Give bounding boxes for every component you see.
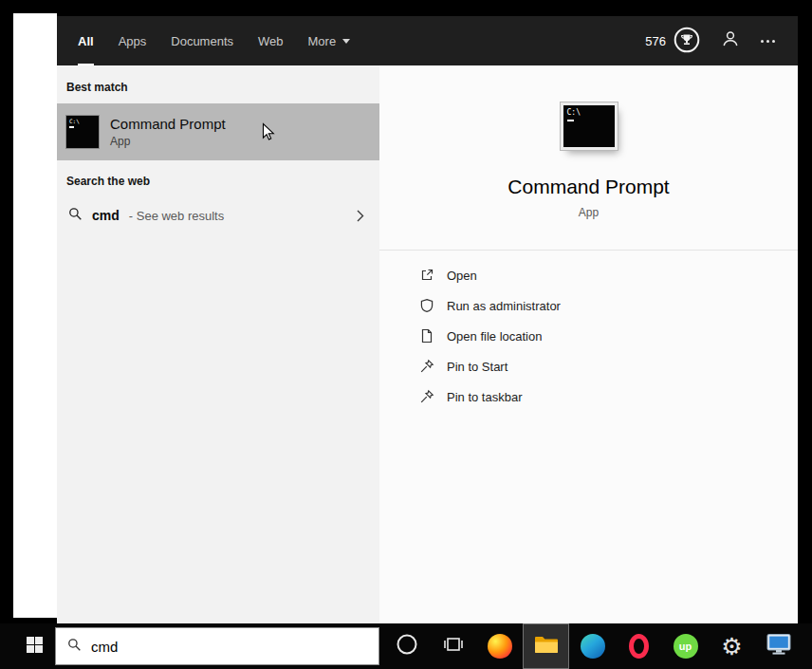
edge-icon [581, 634, 605, 659]
search-filter-bar: All Apps Documents Web More 576 [57, 16, 798, 65]
chevron-down-icon [342, 39, 350, 44]
windows-logo-icon [27, 637, 43, 657]
web-query: cmd [92, 208, 120, 223]
taskbar-edge-button[interactable] [569, 623, 616, 669]
start-button[interactable] [13, 623, 55, 669]
action-open-file-location[interactable]: Open file location [419, 321, 798, 351]
search-input-value: cmd [91, 639, 118, 655]
taskbar-opera-button[interactable] [616, 623, 662, 669]
result-title: Command Prompt [110, 116, 226, 132]
best-match-result[interactable]: C:\ Command Prompt App [57, 103, 379, 160]
taskbar-task-view-button[interactable] [430, 623, 476, 669]
filter-tabs: All Apps Documents Web More [78, 16, 350, 65]
detail-app-title: Command Prompt [508, 176, 669, 198]
taskbar-file-explorer-button[interactable] [523, 623, 569, 669]
search-icon [67, 638, 82, 656]
taskbar-search-input[interactable]: cmd [55, 627, 379, 665]
command-prompt-icon: C:\ [66, 116, 99, 148]
best-match-text: Command Prompt App [110, 116, 226, 148]
desktop: All Apps Documents Web More 576 [0, 0, 812, 669]
taskbar: cmd [0, 623, 812, 669]
taskbar-settings-button[interactable]: ⚙ [709, 623, 755, 669]
tab-all[interactable]: All [78, 16, 94, 65]
detail-app-subtitle: App [579, 206, 599, 219]
action-list: Open Run as administrator Open file loca… [379, 251, 798, 412]
rewards-medal-icon [674, 27, 700, 56]
search-results-area: Best match C:\ Command Prompt App Search… [57, 65, 798, 623]
tab-apps[interactable]: Apps [119, 16, 147, 65]
action-pin-to-start[interactable]: Pin to Start [419, 351, 798, 381]
account-person-icon[interactable] [721, 29, 740, 52]
result-detail-panel: C:\ Command Prompt App Open [379, 65, 798, 623]
chevron-right-icon[interactable] [357, 210, 364, 222]
action-pin-to-taskbar[interactable]: Pin to taskbar [419, 381, 798, 412]
file-explorer-folder-icon [534, 634, 559, 659]
taskbar-cortana-button[interactable] [383, 623, 430, 669]
tab-documents[interactable]: Documents [171, 16, 233, 65]
upwork-icon: up [674, 634, 698, 659]
firefox-icon [488, 634, 512, 659]
command-prompt-large-icon: C:\ [563, 105, 615, 147]
action-open[interactable]: Open [419, 260, 798, 290]
start-search-flyout: All Apps Documents Web More 576 [57, 16, 798, 623]
action-run-as-administrator[interactable]: Run as administrator [419, 290, 798, 321]
rewards-button[interactable]: 576 [645, 27, 700, 56]
web-search-result[interactable]: cmd - See web results [57, 195, 379, 236]
web-hint: - See web results [129, 209, 224, 223]
gear-icon: ⚙ [721, 635, 742, 659]
background-window [13, 13, 57, 618]
tab-more[interactable]: More [308, 16, 351, 65]
opera-icon [629, 634, 649, 659]
task-view-icon [443, 634, 464, 659]
result-subtitle: App [110, 135, 226, 148]
tab-more-label: More [308, 34, 337, 48]
admin-shield-icon [419, 298, 434, 313]
taskbar-app-icons: up ⚙ [383, 623, 802, 669]
taskbar-upwork-button[interactable]: up [662, 623, 709, 669]
document-icon [419, 328, 434, 344]
taskbar-display-button[interactable] [755, 623, 802, 669]
best-match-header: Best match [57, 81, 379, 94]
search-web-header: Search the web [57, 175, 379, 188]
rewards-count: 576 [645, 34, 666, 48]
pin-icon [419, 389, 434, 404]
tab-web[interactable]: Web [258, 16, 284, 65]
monitor-icon [766, 633, 791, 660]
search-icon [68, 207, 83, 225]
mouse-cursor [262, 122, 276, 146]
more-options-ellipsis-icon[interactable] [761, 40, 775, 43]
results-list-panel: Best match C:\ Command Prompt App Search… [57, 65, 379, 623]
taskbar-firefox-button[interactable] [476, 623, 523, 669]
pin-icon [419, 359, 434, 374]
open-icon [419, 268, 434, 283]
filter-bar-right: 576 [645, 16, 775, 65]
cortana-icon [396, 633, 418, 660]
